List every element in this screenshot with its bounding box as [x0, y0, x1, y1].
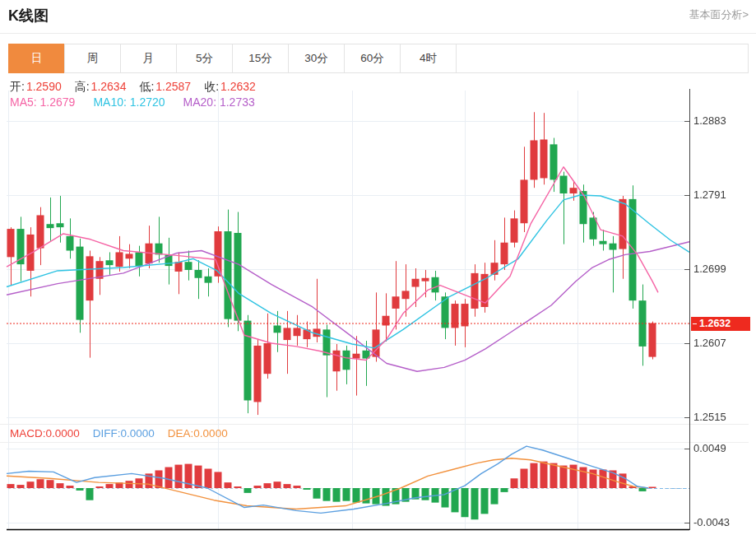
macd-axis-label: 0.0049: [693, 442, 726, 454]
diff-value-label: DIFF:0.0000: [93, 427, 155, 440]
fundamental-analysis-link[interactable]: 基本面分析>: [689, 7, 749, 22]
tab-month[interactable]: 月: [120, 44, 177, 73]
macd-value-label: MACD:0.0000: [10, 427, 80, 440]
kline-widget: K线图 基本面分析> 日周月5分15分30分60分4时 开:1.2590 高:1…: [0, 0, 756, 535]
ma5-label: MA5: 1.2679: [10, 95, 75, 109]
tab-5min[interactable]: 5分: [176, 44, 233, 73]
tab-15min[interactable]: 15分: [232, 44, 289, 73]
ohlc-low: 低:1.2587: [139, 80, 191, 95]
macd-axis-label: -0.0043: [693, 516, 730, 528]
tab-week[interactable]: 周: [64, 44, 121, 73]
ohlc-close: 收:1.2632: [204, 80, 256, 95]
tab-60min[interactable]: 60分: [344, 44, 401, 73]
tab-day[interactable]: 日: [8, 44, 65, 73]
page-title: K线图: [8, 6, 49, 26]
price-axis-label: 1.2607: [693, 337, 726, 349]
dea-value-label: DEA:0.0000: [168, 427, 228, 440]
ohlc-high: 高:1.2634: [75, 80, 127, 95]
ma20-label: MA20: 1.2733: [183, 95, 255, 109]
price-axis-label: 1.2515: [693, 411, 726, 423]
price-axis-label: 1.2883: [693, 114, 726, 127]
tab-30min[interactable]: 30分: [288, 44, 345, 73]
ma-readout: MA5: 1.2679 MA10: 1.2720 MA20: 1.2733: [10, 95, 255, 109]
ohlc-open: 开:1.2590: [10, 80, 62, 95]
title-divider: [0, 33, 756, 34]
tab-4hour[interactable]: 4时: [400, 44, 457, 73]
ohlc-readout: 开:1.2590 高:1.2634 低:1.2587 收:1.2632: [10, 80, 256, 95]
macd-readout: MACD:0.0000 DIFF:0.0000 DEA:0.0000: [10, 427, 228, 440]
tabbar-filler: [456, 44, 749, 73]
price-axis-label: 1.2699: [693, 263, 726, 275]
interval-tabbar: 日周月5分15分30分60分4时: [8, 44, 749, 73]
current-price-tag: 1.2632: [691, 317, 750, 331]
price-axis-label: 1.2791: [693, 188, 726, 201]
ma10-label: MA10: 1.2720: [93, 95, 165, 109]
